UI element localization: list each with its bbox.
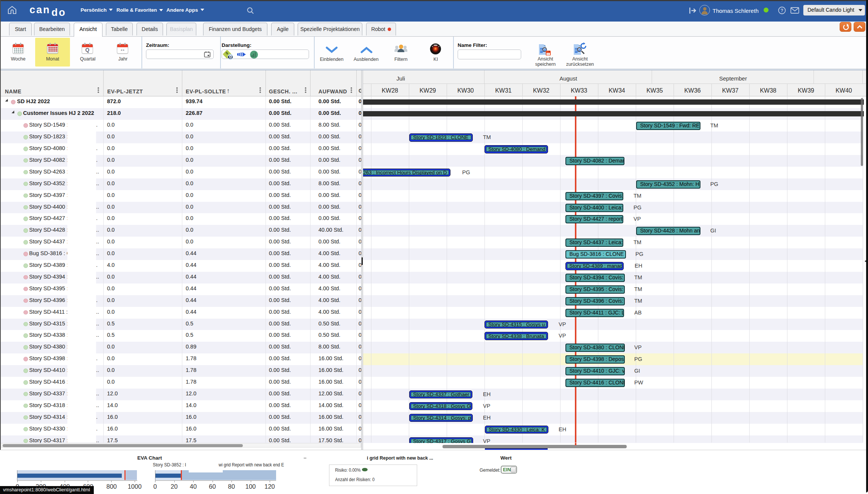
svg-text:?: ? — [781, 8, 783, 13]
